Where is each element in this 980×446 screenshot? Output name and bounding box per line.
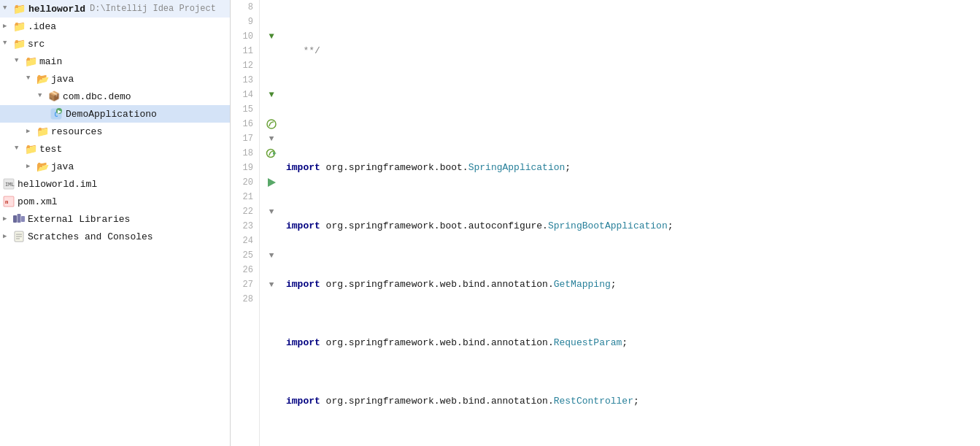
gutter-28 [260,292,283,307]
gutter-24 [260,234,283,248]
fold-14[interactable]: ▼ [269,90,274,100]
test-label: test [39,144,62,155]
ln-9: 9 [231,15,253,29]
project-tree[interactable]: ▼ 📁 helloworld D:\Intellij Idea Project … [0,0,231,446]
gutter-13 [260,73,283,88]
project-name: helloworld [28,4,85,15]
java-class-icon: C ▶ [50,108,63,120]
gutter-27: ▼ [260,277,283,292]
src-folder-icon: 📁 [13,38,25,50]
sidebar-item-main[interactable]: ▼ 📁 main [0,53,230,70]
fold-25[interactable]: ▼ [269,251,274,260]
ln-28: 28 [231,292,253,307]
ln-11: 11 [231,44,253,58]
sidebar-item-pom[interactable]: m pom.xml [0,193,230,210]
svg-rect-9 [18,214,21,223]
gutter-15 [260,102,283,117]
fold-22[interactable]: ▼ [269,207,274,216]
svg-rect-8 [13,215,17,223]
project-root[interactable]: ▼ 📁 helloworld D:\Intellij Idea Project [0,0,230,18]
pkg-arrow: ▼ [38,92,47,101]
spring-icon-16 [266,118,277,130]
gutter-26 [260,263,283,277]
fold-10[interactable]: ▼ [269,31,274,42]
gutter-19 [260,161,283,175]
ln-13: 13 [231,73,253,88]
gutter-23 [260,219,283,234]
scratches-arrow: ▶ [3,232,12,241]
ln-15: 15 [231,102,253,117]
sidebar-item-demoapplication[interactable]: C ▶ DemoApplicationo [0,105,230,123]
gutter-14: ▼ [260,88,283,102]
idea-label: .idea [28,21,56,32]
gutter-11 [260,44,283,58]
package-label: com.dbc.demo [63,91,131,102]
iml-label: helloworld.iml [18,179,97,190]
resources-label: resources [51,126,102,137]
gutter-20[interactable] [260,175,283,190]
demoapplication-label: DemoApplicationo [66,109,157,120]
svg-marker-18 [268,178,276,187]
ln-14: 14 [231,88,253,102]
sidebar-item-test[interactable]: ▼ 📁 test [0,140,230,158]
sidebar-item-iml[interactable]: IML helloworld.iml [0,175,230,193]
gutter-10: ▼ [260,29,283,44]
gutter-9 [260,15,283,29]
java-test-label: java [51,161,74,172]
code-line-14: import org.springframework.web.bind.anno… [286,394,980,409]
scratches-label: Scratches and Consoles [28,231,153,242]
sidebar-item-scratches[interactable]: ▶ Scratches and Consoles [0,228,230,245]
ln-25: 25 [231,248,253,263]
root-icon: 📁 [13,3,26,15]
code-line-12: import org.springframework.web.bind.anno… [286,277,980,292]
resources-folder-icon: 📁 [36,126,48,137]
run-icon-20[interactable] [266,177,277,188]
sidebar-item-external-libs[interactable]: ▶ External Libraries [0,210,230,228]
code-content[interactable]: **/ import org.springframework.boot.Spri… [283,0,980,446]
ln-27: 27 [231,277,253,292]
code-line-13: import org.springframework.web.bind.anno… [286,336,980,350]
ln-24: 24 [231,234,253,248]
fold-27[interactable]: ▼ [269,280,274,289]
sidebar-item-java[interactable]: ▼ 📂 java [0,70,230,88]
java-test-arrow: ▶ [26,162,35,171]
libs-icon [13,213,25,225]
sidebar-item-package[interactable]: ▼ 📦 com.dbc.demo [0,88,230,105]
ln-10: 10 [231,29,253,44]
code-line-10: import org.springframework.boot.SpringAp… [286,161,980,175]
svg-text:m: m [5,199,8,205]
sidebar-item-idea[interactable]: ▶ 📁 .idea [0,18,230,35]
gutter-22: ▼ [260,204,283,219]
code-line-11: import org.springframework.boot.autoconf… [286,219,980,234]
gutter-8 [260,0,283,15]
gutter-18 [260,146,283,161]
ln-21: 21 [231,190,253,204]
ln-20: 20 [231,175,253,190]
gutter-25: ▼ [260,248,283,263]
idea-arrow: ▶ [3,22,12,31]
project-path: D:\Intellij Idea Project [90,4,216,14]
sidebar-item-src[interactable]: ▼ 📁 src [0,35,230,53]
gutter-12 [260,58,283,73]
main-arrow: ▼ [15,57,23,66]
sidebar-item-java-test[interactable]: ▶ 📂 java [0,158,230,175]
ln-17: 17 [231,131,253,146]
ln-16: 16 [231,117,253,131]
test-arrow: ▼ [15,145,23,153]
test-folder-icon: 📁 [25,143,36,155]
code-area[interactable]: 8 9 10 11 12 13 14 15 16 17 18 19 20 21 … [231,0,980,446]
spring-run-icon-18[interactable] [266,147,277,159]
sidebar-item-resources[interactable]: ▶ 📁 resources [0,123,230,140]
svg-rect-10 [21,216,25,222]
java-label: java [51,74,74,85]
editor-gutter: ▼ ▼ ▼ [260,0,283,446]
fold-17[interactable]: ▼ [269,134,274,143]
main-folder-icon: 📁 [25,55,36,67]
ln-19: 19 [231,161,253,175]
ln-23: 23 [231,219,253,234]
gutter-16 [260,117,283,131]
iml-icon: IML [3,178,15,190]
svg-text:IML: IML [5,182,15,188]
gutter-17: ▼ [260,131,283,146]
maven-icon: m [3,196,15,207]
